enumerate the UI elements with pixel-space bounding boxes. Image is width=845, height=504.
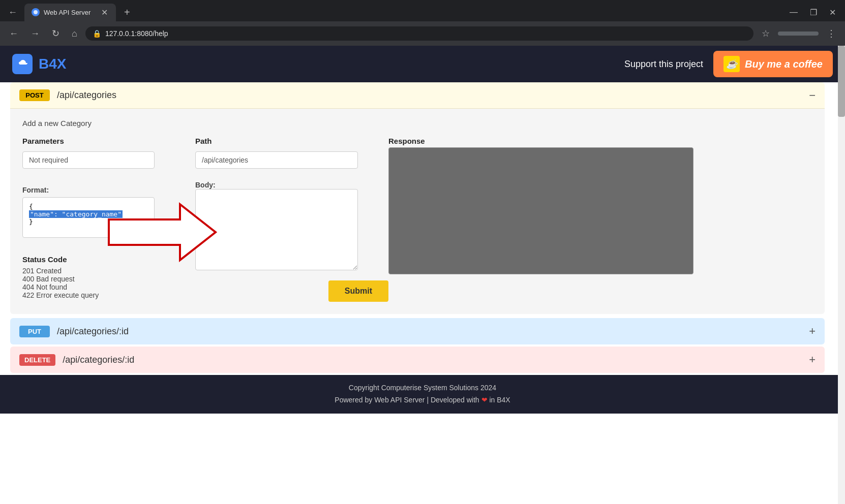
footer-line1: Copyright Computerise System Solutions 2… — [7, 382, 838, 394]
put-endpoint-path: /api/categories/:id — [57, 326, 129, 337]
scrollbar-thumb[interactable] — [838, 46, 845, 117]
post-endpoint-header[interactable]: POST /api/categories − — [10, 82, 825, 109]
tab-switcher-button[interactable]: ← — [5, 5, 20, 20]
format-code-line3: } — [29, 218, 148, 226]
status-code-item: 400 Bad request — [22, 275, 195, 283]
scrollbar[interactable] — [838, 46, 845, 504]
footer-line2: Powered by Web API Server | Developed wi… — [7, 394, 838, 406]
submit-button[interactable]: Submit — [328, 280, 388, 302]
delete-endpoint-header[interactable]: DELETE /api/categories/:id + — [10, 346, 825, 373]
delete-method-badge: DELETE — [19, 354, 55, 366]
forward-button[interactable]: → — [26, 26, 44, 41]
middle-column: Path Body: — [195, 137, 388, 302]
status-codes-list: 201 Created400 Bad request404 Not found4… — [22, 267, 195, 299]
post-collapse-button[interactable]: − — [809, 89, 816, 102]
browser-chrome: ← Web API Server ✕ + — ❐ ✕ ← → ↻ ⌂ 🔒 127… — [0, 0, 845, 46]
put-endpoint-header[interactable]: PUT /api/categories/:id + — [10, 318, 825, 344]
page-content: B4X Support this project ☕ Buy me a coff… — [0, 46, 845, 504]
delete-endpoint-path: /api/categories/:id — [63, 355, 134, 365]
window-controls: — ❐ ✕ — [786, 6, 840, 19]
url-text: 127.0.0.1:8080/help — [105, 29, 168, 38]
body-textarea[interactable] — [195, 189, 358, 270]
home-button[interactable]: ⌂ — [68, 26, 81, 41]
tab-close-button[interactable]: ✕ — [100, 7, 109, 18]
format-code-line1: { — [29, 203, 148, 210]
put-method-badge: PUT — [19, 326, 50, 337]
tab-bar: ← Web API Server ✕ + — ❐ ✕ — [0, 0, 845, 21]
lock-icon: 🔒 — [93, 29, 101, 38]
format-code-box: { "name": "category_name" } — [22, 197, 155, 238]
params-input[interactable] — [22, 151, 155, 169]
response-label: Response — [388, 137, 812, 145]
delete-endpoint-card: DELETE /api/categories/:id + — [10, 346, 825, 373]
maximize-button[interactable]: ❐ — [806, 6, 821, 19]
site-footer: Copyright Computerise System Solutions 2… — [0, 375, 845, 414]
params-field-group: Parameters — [22, 137, 195, 169]
put-endpoint-card: PUT /api/categories/:id + — [10, 318, 825, 344]
status-code-title: Status Code — [22, 255, 195, 264]
address-bar[interactable]: 🔒 127.0.0.1:8080/help — [85, 26, 753, 41]
body-label: Body: — [195, 181, 388, 189]
path-label: Path — [195, 137, 388, 145]
new-tab-button[interactable]: + — [120, 5, 134, 20]
status-code-item: 422 Error execute query — [22, 291, 195, 299]
support-text: Support this project — [624, 59, 703, 70]
browser-menu-button[interactable]: ⋮ — [823, 26, 840, 41]
buy-coffee-button[interactable]: ☕ Buy me a coffee — [713, 51, 833, 77]
heart-icon: ❤ — [481, 396, 490, 404]
tab-favicon-icon — [32, 8, 40, 16]
delete-expand-button[interactable]: + — [809, 353, 816, 366]
api-section: POST /api/categories − Add a new Categor… — [10, 82, 835, 373]
reload-button[interactable]: ↻ — [48, 26, 64, 41]
left-column: Parameters Format: { "name": "category_n… — [22, 137, 195, 299]
site-header: B4X Support this project ☕ Buy me a coff… — [0, 46, 845, 82]
bookmark-button[interactable]: ☆ — [758, 26, 774, 41]
post-description: Add a new Category — [22, 119, 812, 128]
buy-coffee-label: Buy me a coffee — [745, 58, 823, 70]
format-code-highlighted: "name": "category_name" — [29, 210, 123, 218]
logo-text: B4X — [39, 56, 66, 72]
right-column: Response — [388, 137, 812, 274]
site-logo: B4X — [12, 54, 66, 74]
path-field-group: Path — [195, 137, 388, 169]
minimize-button[interactable]: — — [786, 6, 802, 19]
profile-button[interactable] — [778, 32, 819, 36]
status-code-item: 404 Not found — [22, 283, 195, 291]
tab-title: Web API Server — [44, 9, 96, 16]
format-label: Format: — [22, 186, 195, 194]
back-button[interactable]: ← — [5, 26, 22, 41]
post-endpoint-card: POST /api/categories − Add a new Categor… — [10, 82, 825, 314]
footer-line2-prefix: Powered by Web API Server | Developed wi… — [335, 396, 479, 404]
close-window-button[interactable]: ✕ — [825, 6, 840, 19]
browser-tab[interactable]: Web API Server ✕ — [24, 4, 116, 21]
main-content-row: Parameters Format: { "name": "category_n… — [22, 137, 812, 302]
coffee-icon: ☕ — [723, 56, 740, 72]
footer-line2-suffix: in B4X — [489, 396, 510, 404]
params-label: Parameters — [22, 137, 195, 145]
response-box — [388, 147, 693, 274]
nav-bar: ← → ↻ ⌂ 🔒 127.0.0.1:8080/help ☆ ⋮ — [0, 21, 845, 46]
post-method-badge: POST — [19, 89, 50, 101]
path-input[interactable] — [195, 151, 358, 169]
status-code-item: 201 Created — [22, 267, 195, 275]
put-expand-button[interactable]: + — [809, 325, 816, 338]
post-endpoint-path: /api/categories — [57, 90, 116, 101]
cloud-icon — [12, 54, 33, 74]
post-endpoint-body: Add a new Category Parameters Format: { — [10, 109, 825, 314]
